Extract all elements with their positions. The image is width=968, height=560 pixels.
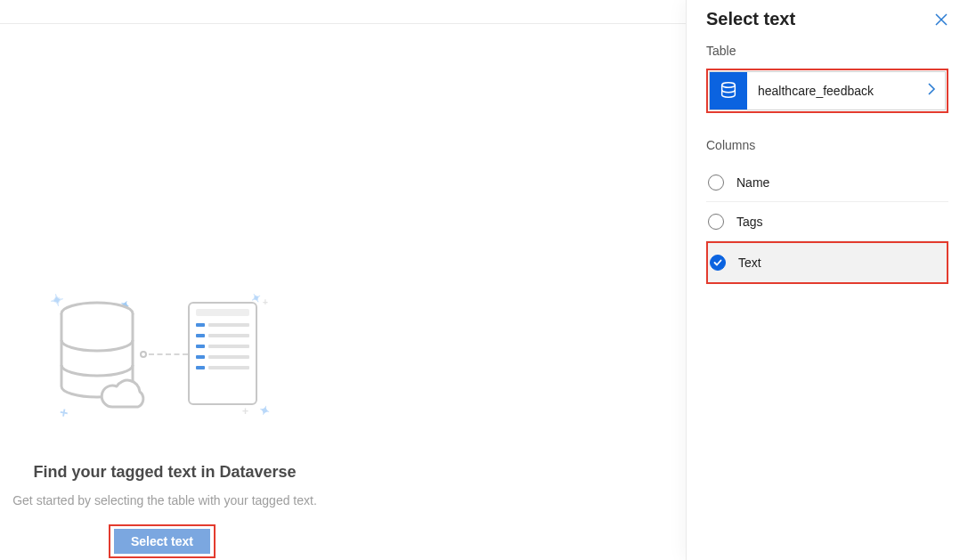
column-option-text[interactable]: Text bbox=[708, 243, 947, 282]
radio-checked-icon bbox=[710, 255, 726, 271]
sparkle-icon: ✦ bbox=[257, 402, 272, 419]
plus-icon: + bbox=[59, 404, 69, 421]
close-icon[interactable] bbox=[934, 12, 948, 27]
column-label: Text bbox=[738, 256, 761, 270]
illustration: ✦ ✦ + ✦ + + ✦ bbox=[51, 291, 282, 416]
panel-header: Select text bbox=[706, 5, 948, 44]
column-option-tags[interactable]: Tags bbox=[706, 202, 948, 241]
plus-icon: + bbox=[263, 297, 268, 307]
table-picker[interactable]: healthcare_feedback bbox=[709, 71, 946, 110]
radio-unchecked-icon bbox=[708, 174, 724, 191]
select-text-button-highlight: Select text bbox=[109, 524, 216, 558]
panel-title: Select text bbox=[706, 9, 795, 29]
connector-icon bbox=[140, 353, 190, 355]
plus-icon: + bbox=[242, 405, 248, 418]
cloud-icon bbox=[97, 377, 147, 412]
select-text-button[interactable]: Select text bbox=[114, 529, 210, 554]
table-picker-highlight: healthcare_feedback bbox=[706, 69, 948, 113]
main-content: ✦ ✦ + ✦ + + ✦ bbox=[0, 0, 686, 560]
column-option-name[interactable]: Name bbox=[706, 163, 948, 202]
select-text-panel: Select text Table healthcare_feedback bbox=[686, 0, 968, 560]
table-icon bbox=[710, 72, 747, 110]
selected-table-name: healthcare_feedback bbox=[758, 84, 927, 98]
divider bbox=[0, 23, 686, 24]
hero-subtitle: Get started by selecting the table with … bbox=[0, 493, 329, 507]
chevron-right-icon bbox=[927, 82, 936, 100]
hero-title: Find your tagged text in Dataverse bbox=[0, 463, 329, 482]
columns-section-label: Columns bbox=[706, 138, 948, 152]
svg-point-1 bbox=[722, 83, 736, 88]
column-label: Name bbox=[736, 175, 769, 190]
column-option-highlight: Text bbox=[706, 241, 948, 284]
document-icon bbox=[188, 302, 257, 405]
table-section-label: Table bbox=[706, 44, 948, 58]
columns-list: Name Tags Text bbox=[706, 163, 948, 284]
column-label: Tags bbox=[736, 215, 763, 229]
radio-unchecked-icon bbox=[708, 214, 724, 230]
